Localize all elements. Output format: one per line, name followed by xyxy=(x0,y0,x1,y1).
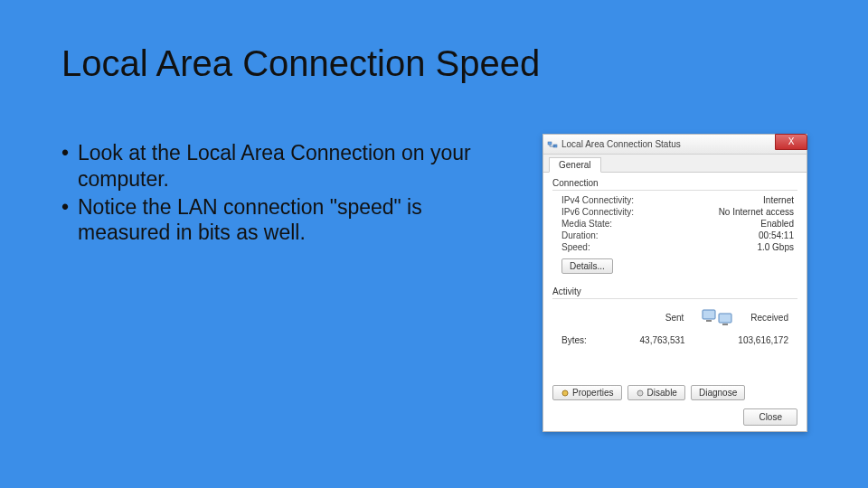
computers-icon xyxy=(700,305,734,330)
divider xyxy=(552,190,797,191)
diagnose-button[interactable]: Diagnose xyxy=(691,385,745,400)
svg-rect-2 xyxy=(703,310,715,319)
disable-button[interactable]: Disable xyxy=(627,385,685,400)
disable-icon xyxy=(636,389,645,398)
svg-rect-5 xyxy=(722,324,728,325)
speed-value: 1.0 Gbps xyxy=(757,242,794,252)
close-dialog-button[interactable]: Close xyxy=(743,408,797,426)
bullet-list: Look at the Local Area Connection on you… xyxy=(61,140,505,248)
bytes-sent: 43,763,531 xyxy=(640,335,685,345)
svg-rect-0 xyxy=(548,142,552,145)
activity-header-row: Sent Received xyxy=(552,303,797,330)
row-speed: Speed: 1.0 Gbps xyxy=(552,241,797,253)
row-media: Media State: Enabled xyxy=(552,218,797,230)
properties-button[interactable]: Properties xyxy=(552,385,622,400)
bullet-item: Look at the Local Area Connection on you… xyxy=(61,140,505,192)
media-value: Enabled xyxy=(760,219,794,229)
dialog-panel: Connection IPv4 Connectivity: Internet I… xyxy=(543,173,807,431)
section-connection-label: Connection xyxy=(552,178,797,188)
bytes-row: Bytes: 43,763,531 103,616,172 xyxy=(552,330,797,345)
details-button[interactable]: Details... xyxy=(561,258,613,274)
bytes-received: 103,616,172 xyxy=(738,335,788,345)
speed-label: Speed: xyxy=(561,242,590,252)
svg-rect-3 xyxy=(719,314,731,323)
duration-value: 00:54:11 xyxy=(759,230,794,240)
dialog-title: Local Area Connection Status xyxy=(561,139,681,149)
bullet-item: Notice the LAN connection "speed" is mea… xyxy=(61,194,505,247)
divider xyxy=(552,298,797,299)
svg-point-7 xyxy=(637,390,643,396)
tab-row: General xyxy=(543,155,807,173)
row-ipv4: IPv4 Connectivity: Internet xyxy=(552,194,797,206)
close-row: Close xyxy=(743,408,797,426)
section-activity-label: Activity xyxy=(552,286,797,296)
tab-general[interactable]: General xyxy=(549,157,601,173)
action-buttons-row: Properties Disable Diagnose xyxy=(552,385,745,400)
connection-status-dialog: Local Area Connection Status X General C… xyxy=(542,134,807,432)
sent-label: Sent xyxy=(665,313,684,323)
duration-label: Duration: xyxy=(561,230,599,240)
media-label: Media State: xyxy=(561,219,612,229)
network-icon xyxy=(547,139,558,150)
ipv4-label: IPv4 Connectivity: xyxy=(561,195,634,205)
dialog-titlebar: Local Area Connection Status X xyxy=(543,135,807,155)
ipv6-value: No Internet access xyxy=(719,207,794,217)
ipv6-label: IPv6 Connectivity: xyxy=(561,207,634,217)
bytes-label: Bytes: xyxy=(561,335,587,345)
row-ipv6: IPv6 Connectivity: No Internet access xyxy=(552,206,797,218)
slide-title: Local Area Connection Speed xyxy=(61,43,540,84)
section-activity: Activity Sent Received Bytes: 43,763,531… xyxy=(552,286,797,345)
gear-icon xyxy=(561,389,570,398)
received-label: Received xyxy=(750,313,788,323)
svg-point-6 xyxy=(562,390,568,396)
ipv4-value: Internet xyxy=(763,195,794,205)
close-button[interactable]: X xyxy=(775,134,807,150)
row-duration: Duration: 00:54:11 xyxy=(552,230,797,241)
svg-rect-4 xyxy=(706,320,712,322)
